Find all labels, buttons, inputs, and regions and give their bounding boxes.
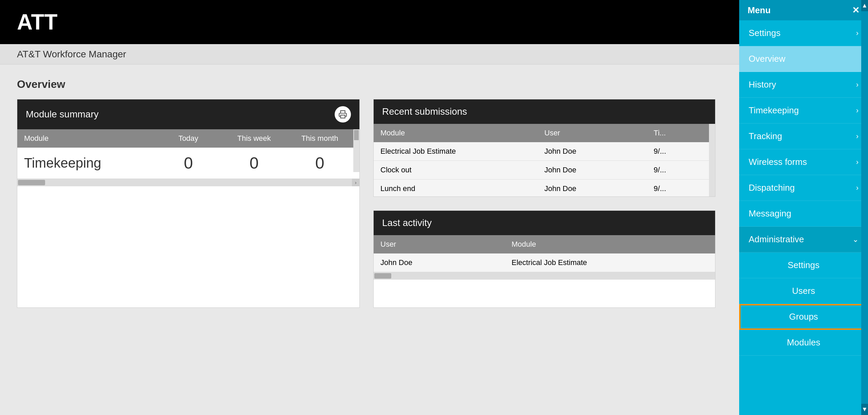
table-row: Lunch end John Doe 9/...	[374, 180, 715, 197]
app-subtitle: AT&T Workforce Manager	[17, 49, 126, 60]
sidebar-item-label: Wireless forms	[749, 157, 807, 167]
table-row: Electrical Job Estimate John Doe 9/...	[374, 142, 715, 161]
panels-row: Module summary Module Today This week Th…	[17, 99, 715, 308]
sidebar-item-overview[interactable]: Overview	[739, 46, 868, 72]
chevron-right-icon: ›	[856, 132, 859, 141]
sidebar-content: Menu ✕ Settings › Overview History › Tim…	[739, 0, 868, 415]
sidebar-menu-title: Menu	[748, 5, 771, 16]
sidebar-item-label: History	[749, 79, 776, 90]
sidebar-item-wireless-forms[interactable]: Wireless forms ›	[739, 149, 868, 175]
chevron-right-icon: ›	[856, 80, 859, 89]
sidebar-item-label: Dispatching	[749, 183, 795, 193]
row-week-value: 0	[221, 154, 287, 172]
submissions-col-headers: Module User Ti...	[374, 124, 715, 142]
chevron-down-icon: ⌄	[852, 235, 859, 244]
sidebar-close-button[interactable]: ✕	[852, 5, 860, 16]
sidebar-item-label: Administrative	[749, 234, 804, 245]
submission-user: John Doe	[545, 184, 654, 193]
sidebar-item-settings[interactable]: Settings ›	[739, 20, 868, 46]
horizontal-scrollbar[interactable]	[374, 272, 715, 280]
sidebar-item-label: Users	[792, 286, 815, 296]
sidebar-header: Menu ✕	[739, 0, 868, 20]
activity-user: John Doe	[380, 258, 512, 267]
table-row: Timekeeping 0 0 0	[17, 148, 359, 179]
chevron-right-icon: ›	[856, 106, 859, 115]
right-panels: Recent submissions Module User Ti... Ele…	[373, 99, 715, 308]
submission-user: John Doe	[545, 147, 654, 156]
sidebar-item-admin-groups[interactable]: Groups	[739, 304, 868, 330]
sidebar-item-tracking[interactable]: Tracking ›	[739, 124, 868, 149]
col-header-module: Module	[380, 129, 545, 137]
page-title: Overview	[17, 78, 715, 91]
col-header-today: Today	[156, 134, 221, 143]
module-summary-col-headers: Module Today This week This month	[17, 129, 359, 148]
recent-submissions-panel: Recent submissions Module User Ti... Ele…	[373, 99, 715, 197]
sidebar-scrollbar[interactable]: ▲ ▼	[861, 0, 868, 415]
chevron-right-icon: ›	[856, 29, 859, 38]
last-activity-header: Last activity	[374, 211, 715, 235]
col-header-month: This month	[287, 134, 353, 143]
subheader: AT&T Workforce Manager	[0, 44, 868, 64]
submission-time: 9/...	[654, 184, 708, 193]
sidebar-item-admin-settings[interactable]: Settings	[739, 252, 868, 278]
submission-module: Clock out	[380, 166, 545, 174]
chevron-right-icon: ›	[856, 158, 859, 167]
sidebar-item-label: Settings	[788, 260, 820, 270]
vertical-scrollbar[interactable]	[709, 124, 715, 197]
module-summary-panel: Module summary Module Today This week Th…	[17, 99, 360, 308]
submission-user: John Doe	[545, 166, 654, 174]
chevron-right-icon: ›	[856, 184, 859, 192]
scroll-down-btn[interactable]: ▼	[861, 404, 868, 415]
col-header-time: Ti...	[654, 129, 708, 137]
sidebar-item-messaging[interactable]: Messaging	[739, 201, 868, 227]
module-summary-header: Module summary	[17, 99, 359, 129]
sidebar-item-history[interactable]: History ›	[739, 72, 868, 98]
module-summary-title: Module summary	[26, 109, 99, 120]
sidebar-item-label: Modules	[787, 337, 820, 348]
last-activity-body: User Module John Doe Electrical Job Esti…	[374, 235, 715, 272]
sidebar-item-administrative[interactable]: Administrative ⌄	[739, 227, 868, 252]
row-month-value: 0	[287, 154, 353, 172]
sidebar-item-admin-users[interactable]: Users	[739, 278, 868, 304]
col-header-module: Module	[24, 134, 156, 143]
col-header-user: User	[545, 129, 654, 137]
print-icon[interactable]	[335, 106, 351, 122]
sidebar-item-label: Overview	[749, 54, 785, 64]
submission-time: 9/...	[654, 166, 708, 174]
col-header-module: Module	[512, 240, 708, 249]
sidebar-item-label: Settings	[749, 28, 781, 38]
scroll-right-btn[interactable]: ›	[352, 179, 359, 186]
sidebar-item-label: Timekeeping	[749, 105, 799, 116]
module-summary-body: Module Today This week This month Timeke…	[17, 129, 359, 179]
vertical-scrollbar[interactable]	[353, 129, 359, 172]
main-content: Overview Module summary Module Today T	[0, 64, 732, 321]
horizontal-scrollbar[interactable]: ›	[17, 179, 359, 186]
submission-time: 9/...	[654, 147, 708, 156]
sidebar-menu: Menu ✕ Settings › Overview History › Tim…	[739, 0, 868, 415]
table-row: John Doe Electrical Job Estimate	[374, 253, 715, 272]
table-row: Clock out John Doe 9/...	[374, 161, 715, 180]
sidebar-item-admin-modules[interactable]: Modules	[739, 330, 868, 356]
sidebar-item-dispatching[interactable]: Dispatching ›	[739, 175, 868, 201]
sidebar-item-label: Groups	[789, 312, 818, 322]
hscroll-thumb	[18, 180, 45, 185]
activity-module: Electrical Job Estimate	[512, 258, 708, 267]
last-activity-title: Last activity	[382, 218, 432, 228]
row-today-value: 0	[156, 154, 221, 172]
activity-col-headers: User Module	[374, 235, 715, 253]
col-header-user: User	[380, 240, 512, 249]
col-header-week: This week	[221, 134, 287, 143]
sidebar-item-label: Tracking	[749, 131, 782, 142]
sidebar-item-label: Messaging	[749, 208, 791, 219]
svg-rect-0	[341, 115, 345, 118]
scroll-up-btn[interactable]: ▲	[861, 0, 868, 11]
sidebar-item-timekeeping[interactable]: Timekeeping ›	[739, 98, 868, 124]
hscroll-thumb	[374, 273, 391, 279]
recent-submissions-body: Module User Ti... Electrical Job Estimat…	[374, 124, 715, 197]
recent-submissions-title: Recent submissions	[382, 106, 467, 117]
last-activity-panel: Last activity User Module John Doe Elect…	[373, 210, 715, 308]
scroll-thumb	[354, 130, 359, 140]
recent-submissions-header: Recent submissions	[374, 99, 715, 124]
row-module-name: Timekeeping	[24, 155, 156, 171]
app-title: ATT	[17, 10, 58, 35]
